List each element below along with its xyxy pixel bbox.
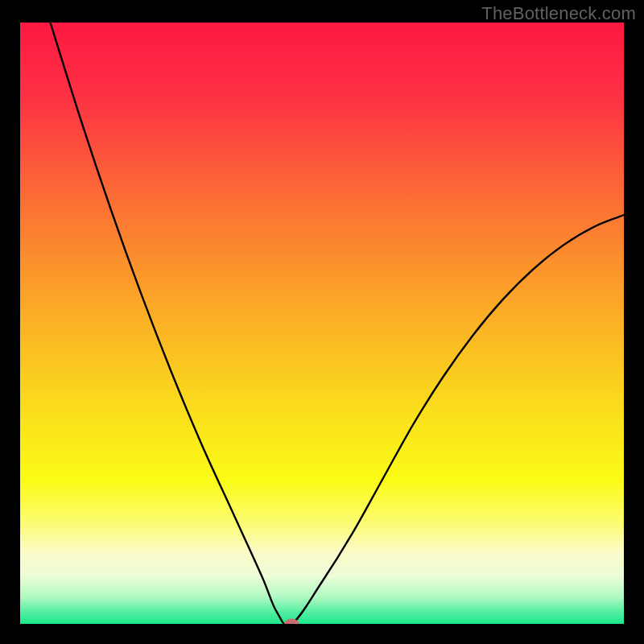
chart-svg [20, 23, 624, 624]
chart-plot [20, 23, 624, 624]
gradient-background [20, 23, 624, 624]
watermark-text: TheBottleneck.com [481, 3, 636, 24]
chart-frame: TheBottleneck.com [0, 0, 644, 644]
